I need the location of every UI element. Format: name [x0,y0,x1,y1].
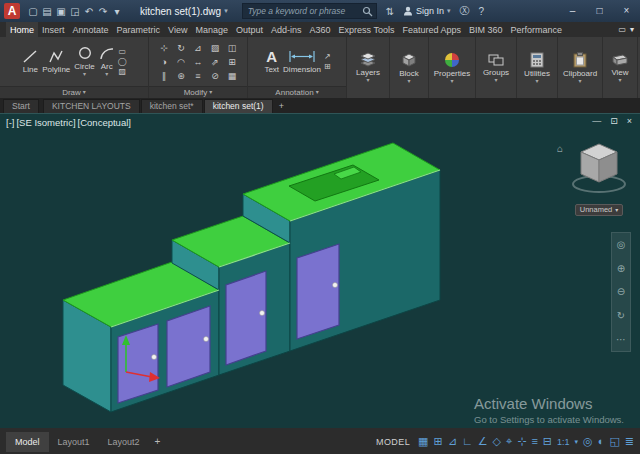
viewcube-cube-icon[interactable] [570,138,628,194]
drawing-canvas[interactable] [0,114,640,428]
new-layout-button[interactable]: + [149,431,167,452]
annotation-panel-label[interactable]: Annotation ▾ [248,86,346,98]
snap-mode-icon[interactable]: ⊞ [433,436,442,447]
visual-style-control[interactable]: [Conceptual] [78,117,131,128]
new-icon[interactable]: ▢ [26,6,40,17]
ribbon-tab-annotate[interactable]: Annotate [69,22,113,37]
viewport-menu-control[interactable]: [-] [6,117,14,128]
rotate-icon[interactable]: ↻ [173,41,190,55]
text-button[interactable]: A Text [263,49,280,74]
ribbon-tab-output[interactable]: Output [232,22,267,37]
zoom-icon[interactable]: ⊖ [617,286,625,297]
polar-tracking-icon[interactable]: ∠ [478,436,488,447]
cabinet-door-3[interactable] [226,271,266,365]
a360-sync-icon[interactable]: ⇅ [386,6,394,17]
orbit-icon[interactable]: ↻ [617,310,625,321]
isolate-objects-icon[interactable]: ◎ [583,436,593,447]
app-store-icon[interactable]: Ⓧ [460,4,470,18]
ribbon-panel-clipboard[interactable]: Clipboard ▾ [558,37,603,98]
ortho-mode-icon[interactable]: ∟ [462,436,473,447]
pan-icon[interactable]: ⊕ [617,263,625,274]
ribbon-tab-add-ins[interactable]: Add-ins [267,22,306,37]
file-tab-kitchen-layouts[interactable]: KITCHEN LAYOUTS [43,99,140,113]
cabinet-door-1[interactable] [118,324,158,403]
line-button[interactable]: Line [21,49,39,74]
viewport[interactable]: [-] [SE Isometric] [Conceptual] — ⊡ × ⌂ … [0,113,640,428]
stretch-icon[interactable]: ↔ [190,55,207,69]
move-icon[interactable]: ⊹ [156,41,173,55]
navbar-more-icon[interactable]: ⋯ [616,334,626,345]
ribbon-panel-utilities[interactable]: Utilities ▾ [517,37,558,98]
grid-display-icon[interactable]: ▦ [418,436,428,447]
ribbon-tab-a360[interactable]: A360 [306,22,335,37]
scale-icon[interactable]: ⇗ [207,55,224,69]
file-tab-start[interactable]: Start [3,99,39,113]
file-tab-kitchen-set[interactable]: kitchen set* [141,99,203,113]
open-icon[interactable]: ▤ [40,6,54,17]
help-icon[interactable]: ? [479,6,485,17]
view-control[interactable]: [SE Isometric] [16,117,75,128]
clean-screen-icon[interactable]: ◱ [609,436,619,447]
layout-tab-layout1[interactable]: Layout1 [49,432,99,452]
ribbon-display-icon[interactable]: ▭ [618,25,626,34]
viewcube-home-icon[interactable]: ⌂ [557,143,563,154]
undo-icon[interactable]: ↶ [82,6,96,17]
table-icon[interactable]: ⊞ [324,62,331,71]
layout-tab-model[interactable]: Model [6,432,49,452]
file-tab-kitchen-set-1[interactable]: kitchen set(1) [204,99,273,113]
ribbon-panel-view[interactable]: View ▾ [603,37,638,98]
customization-icon[interactable]: ≣ [625,436,634,447]
ribbon-panel-block[interactable]: Block ▾ [390,37,429,98]
ribbon-tab-insert[interactable]: Insert [38,22,69,37]
object-snap-icon[interactable]: ⊹ [517,436,526,447]
object-snap-tracking-icon[interactable]: ⌖ [506,436,512,447]
hatch-icon[interactable]: ▨ [118,67,127,76]
search-input[interactable] [246,5,362,17]
isometric-drafting-icon[interactable]: ◇ [493,436,501,447]
vp-restore-icon[interactable]: ⊡ [610,116,618,126]
viewcube-ucs-selector[interactable]: Unnamed ▾ [575,204,624,216]
rectangle-icon[interactable]: ▭ [118,47,127,56]
ribbon-panel-properties[interactable]: Properties ▾ [429,37,476,98]
cabinet-door-4[interactable] [297,244,339,339]
ribbon-tab-express-tools[interactable]: Express Tools [335,22,399,37]
annotation-scale-control[interactable]: 1:1 [557,437,570,447]
ribbon-tab-featured-apps[interactable]: Featured Apps [398,22,465,37]
ribbon-tab-view[interactable]: View [164,22,191,37]
circle-button[interactable]: Circle ▾ [73,46,95,77]
offset-icon[interactable]: ∥ [156,69,173,83]
vp-minimize-icon[interactable]: — [592,116,601,126]
viewcube[interactable]: ⌂ Unnamed ▾ [570,138,628,216]
chevron-down-icon[interactable]: ▾ [575,438,579,446]
new-drawing-tab-button[interactable]: + [274,100,289,113]
lengthen-icon[interactable]: ≡ [190,69,207,83]
model-space-toggle[interactable]: MODEL [376,437,410,447]
ribbon-panel-groups[interactable]: Groups ▾ [476,37,517,98]
ribbon-tab-parametric[interactable]: Parametric [113,22,165,37]
dynamic-input-icon[interactable]: ⊟ [543,436,552,447]
copy-icon[interactable]: ◫ [224,41,241,55]
sign-in-button[interactable]: Sign In ▾ [403,6,451,16]
ribbon-tab-manage[interactable]: Manage [191,22,232,37]
cabinet-door-2[interactable] [167,306,210,387]
vp-close-icon[interactable]: × [627,116,632,126]
ribbon-tab-bim-360[interactable]: BIM 360 [465,22,507,37]
close-button[interactable]: × [613,0,640,22]
redo-icon[interactable]: ↷ [96,6,110,17]
maximize-button[interactable]: □ [586,0,613,22]
mirror-icon[interactable]: ◑ [156,55,173,69]
layout-tab-layout2[interactable]: Layout2 [99,432,149,452]
polyline-button[interactable]: Polyline [41,49,71,74]
arc-button[interactable]: Arc ▾ [98,46,116,77]
hardware-acceleration-icon[interactable]: ◐ [598,436,605,447]
lineweight-icon[interactable]: ≡ [531,436,537,447]
autocad-logo-icon[interactable]: A [4,3,20,19]
break-icon[interactable]: ⊘ [207,69,224,83]
fillet-icon[interactable]: ◠ [173,55,190,69]
search-icon[interactable] [362,6,373,17]
explode-icon[interactable]: ⊛ [173,69,190,83]
leader-icon[interactable]: ↗ [324,52,331,61]
title-dropdown-icon[interactable]: ▾ [224,7,228,15]
erase-icon[interactable]: ▨ [207,41,224,55]
draw-panel-label[interactable]: Draw ▾ [0,86,148,98]
